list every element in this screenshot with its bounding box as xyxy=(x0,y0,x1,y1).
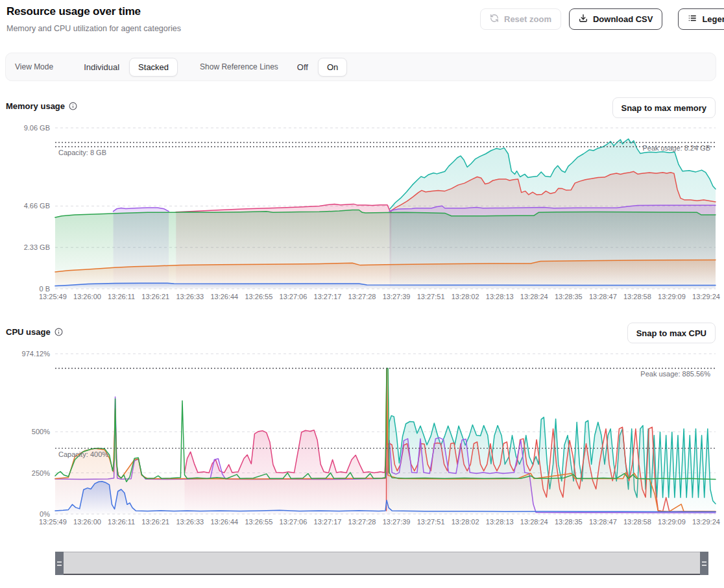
cpu-section-title: CPU usage xyxy=(6,327,63,337)
x-tick-label: 13:27:06 xyxy=(280,518,308,526)
show-reference-lines-label: Show Reference Lines xyxy=(200,62,278,71)
legend-label: Legend xyxy=(702,14,724,24)
y-tick-label: 4.66 GB xyxy=(0,201,50,210)
x-tick-label: 13:28:58 xyxy=(623,293,651,300)
y-tick-label: 2.33 GB xyxy=(0,243,50,252)
x-tick-label: 13:28:35 xyxy=(555,518,583,526)
x-tick-label: 13:28:24 xyxy=(520,518,548,526)
view-mode-label: View Mode xyxy=(15,62,53,71)
x-tick-label: 13:28:02 xyxy=(452,293,479,300)
y-tick-label: 0% xyxy=(0,509,50,519)
x-tick-label: 13:26:33 xyxy=(176,293,204,300)
x-tick-label: 13:26:00 xyxy=(73,518,101,526)
brush-left-handle[interactable] xyxy=(55,552,64,575)
download-csv-label: Download CSV xyxy=(593,14,653,24)
x-tick-label: 13:26:33 xyxy=(176,518,204,526)
y-tick-label: 0 B xyxy=(0,284,50,293)
x-tick-label: 13:28:02 xyxy=(452,518,479,526)
x-tick-label: 13:26:11 xyxy=(108,293,135,300)
x-tick-label: 13:26:00 xyxy=(73,293,101,300)
info-icon[interactable] xyxy=(69,102,77,110)
x-tick-label: 13:28:47 xyxy=(589,518,617,526)
x-tick-label: 13:29:09 xyxy=(658,518,686,526)
x-tick-label: 13:25:49 xyxy=(39,518,67,526)
x-tick-label: 13:28:47 xyxy=(589,293,617,300)
x-tick-label: 13:26:44 xyxy=(210,293,238,300)
x-tick-label: 13:27:51 xyxy=(417,293,445,300)
x-tick-label: 13:26:55 xyxy=(245,518,272,526)
snap-to-max-memory-button[interactable]: Snap to max memory xyxy=(612,97,716,118)
download-csv-button[interactable]: Download CSV xyxy=(569,8,662,30)
legend-list-icon xyxy=(688,14,697,25)
memory-section-title-text: Memory usage xyxy=(6,101,65,111)
x-tick-label: 13:28:35 xyxy=(555,293,583,300)
cpu-x-axis: 13:25:4913:26:0013:26:1113:26:2113:26:33… xyxy=(39,518,720,526)
reference-line-label: Peak usage: 885.56% xyxy=(640,370,710,378)
x-tick-label: 13:27:17 xyxy=(314,518,342,526)
x-tick-label: 13:26:21 xyxy=(141,518,169,526)
x-tick-label: 13:28:13 xyxy=(486,518,514,526)
x-tick-label: 13:28:13 xyxy=(486,293,514,300)
x-tick-label: 13:26:11 xyxy=(108,518,135,526)
x-tick-label: 13:26:44 xyxy=(210,518,238,526)
memory-section-title: Memory usage xyxy=(6,101,77,111)
x-tick-label: 13:27:06 xyxy=(280,293,308,300)
y-tick-label: 9.06 GB xyxy=(0,123,50,132)
y-tick-label: 974.12% xyxy=(0,349,50,358)
view-mode-individual-option[interactable]: Individual xyxy=(77,58,127,77)
download-icon xyxy=(579,14,588,25)
controls-bar: View Mode Individual Stacked Show Refere… xyxy=(5,53,716,81)
page-title: Resource usage over time xyxy=(6,5,141,18)
x-tick-label: 13:29:24 xyxy=(692,293,720,300)
snap-to-max-cpu-button[interactable]: Snap to max CPU xyxy=(627,323,716,343)
x-tick-label: 13:28:58 xyxy=(623,518,651,526)
reset-zoom-label: Reset zoom xyxy=(504,14,551,24)
reference-line-label: Peak usage: 8.24 GB xyxy=(642,144,710,152)
x-tick-label: 13:25:49 xyxy=(39,293,67,300)
info-icon[interactable] xyxy=(54,328,63,336)
x-tick-label: 13:27:28 xyxy=(348,518,376,526)
reference-line-label: Capacity: 8 GB xyxy=(58,149,106,156)
reference-line-label: Capacity: 400% xyxy=(58,450,108,458)
x-tick-label: 13:27:17 xyxy=(314,293,342,300)
x-tick-label: 13:27:39 xyxy=(383,518,411,526)
cpu-chart[interactable]: 974.12%500%250%0%Peak usage: 885.56%Capa… xyxy=(0,348,724,516)
view-mode-stacked-option[interactable]: Stacked xyxy=(129,58,178,77)
memory-chart[interactable]: 9.06 GB4.66 GB2.33 GB0 BPeak usage: 8.24… xyxy=(0,122,724,291)
legend-button[interactable]: Legend xyxy=(678,8,724,30)
header-buttons: Reset zoom Download CSV Legend xyxy=(480,8,724,30)
x-tick-label: 13:29:09 xyxy=(658,293,686,300)
memory-chart-svg[interactable] xyxy=(0,122,724,291)
refresh-icon xyxy=(490,14,499,25)
x-tick-label: 13:27:39 xyxy=(383,293,411,300)
x-tick-label: 13:26:21 xyxy=(141,293,169,300)
x-tick-label: 13:26:55 xyxy=(245,293,272,300)
cpu-chart-svg[interactable] xyxy=(0,348,724,516)
reference-lines-off-option[interactable]: Off xyxy=(290,58,315,77)
cpu-section-title-text: CPU usage xyxy=(6,327,51,337)
x-tick-label: 13:29:24 xyxy=(692,518,720,526)
y-tick-label: 250% xyxy=(0,469,50,478)
x-tick-label: 13:27:28 xyxy=(348,293,376,300)
memory-x-axis: 13:25:4913:26:0013:26:1113:26:2113:26:33… xyxy=(39,293,720,300)
resource-usage-panel: Resource usage over time Memory and CPU … xyxy=(0,0,724,588)
brush-track[interactable] xyxy=(55,552,708,575)
brush-right-handle[interactable] xyxy=(700,552,708,575)
reference-lines-on-option[interactable]: On xyxy=(318,58,347,77)
x-tick-label: 13:27:51 xyxy=(417,518,445,526)
y-tick-label: 500% xyxy=(0,427,50,436)
reset-zoom-button[interactable]: Reset zoom xyxy=(480,8,561,30)
page-subtitle: Memory and CPU utilization for agent cat… xyxy=(6,24,181,33)
x-tick-label: 13:28:24 xyxy=(520,293,548,300)
